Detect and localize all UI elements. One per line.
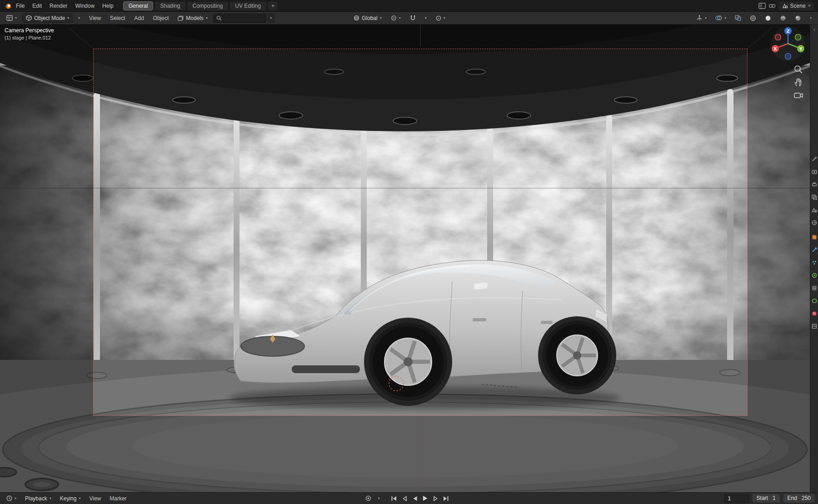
close-icon[interactable]: ×	[808, 3, 811, 8]
next-keyframe-icon	[433, 496, 439, 501]
properties-tab-world[interactable]	[812, 220, 817, 225]
menu-edit[interactable]: Edit	[29, 2, 45, 10]
snap-toggle[interactable]	[406, 13, 419, 23]
current-frame-input[interactable]	[726, 495, 747, 502]
jump-start-icon	[391, 496, 397, 501]
menu-file[interactable]: File	[12, 2, 28, 10]
play-button[interactable]	[420, 494, 430, 503]
workspace-tab-shading[interactable]: Shading	[155, 1, 185, 10]
workspace-tab-compositing[interactable]: Compositing	[187, 1, 229, 10]
camera-view-icon[interactable]	[793, 91, 803, 100]
menu-select[interactable]: Select	[106, 14, 129, 22]
pivot-point-dropdown[interactable]: ▾	[387, 13, 404, 23]
menu-marker[interactable]: Marker	[106, 494, 130, 503]
prev-keyframe-button[interactable]	[399, 494, 409, 503]
play-icon	[422, 495, 428, 501]
properties-tab-view-layer[interactable]	[812, 195, 817, 200]
show-gizmo-dropdown[interactable]: ▾	[693, 13, 710, 23]
properties-tab-texture[interactable]	[812, 324, 817, 329]
menu-keying[interactable]: Keying ▾	[56, 494, 85, 503]
properties-tab-data[interactable]	[812, 298, 817, 304]
properties-tab-physics[interactable]	[812, 273, 817, 278]
start-label: Start	[757, 495, 768, 502]
auto-keying-toggle[interactable]	[364, 494, 373, 503]
pan-hand-icon[interactable]	[793, 77, 803, 87]
gizmo-y-label: Y	[799, 47, 803, 51]
current-frame-field[interactable]	[724, 494, 749, 503]
navigation-gizmo[interactable]: Z X Y	[770, 25, 806, 62]
scene-selector[interactable]: Scene ×	[778, 1, 814, 10]
gizmos-icon	[696, 15, 703, 21]
properties-tab-tool[interactable]	[812, 156, 817, 162]
transform-snap-cluster: Global ▾ ▾ ▾ ▾	[350, 13, 449, 23]
auto-keying-dropdown[interactable]: ▾	[374, 494, 384, 503]
menu-help[interactable]: Help	[99, 2, 117, 10]
view-name: Camera Perspective	[5, 27, 54, 34]
search-input[interactable]	[224, 15, 263, 21]
workspace-tab-general[interactable]: General	[123, 1, 154, 10]
menu-timeline-view[interactable]: View	[85, 494, 105, 503]
chevron-down-icon: ▾	[378, 497, 379, 500]
properties-tab-modifiers[interactable]	[812, 247, 817, 253]
xray-toggle[interactable]	[731, 13, 745, 23]
menu-view[interactable]: View	[85, 14, 105, 22]
active-collection-dropdown[interactable]: Models ▾	[174, 14, 211, 23]
shading-solid-button[interactable]	[761, 13, 775, 23]
blender-logo-icon[interactable]	[4, 2, 12, 10]
timeline-editor-type-button[interactable]: ▾	[3, 494, 20, 503]
properties-tab-object[interactable]	[812, 235, 817, 240]
proportional-editing-toggle[interactable]: ▾	[432, 14, 449, 23]
gizmo-y-neg[interactable]	[795, 35, 801, 40]
end-value: 250	[802, 495, 811, 502]
menu-add[interactable]: Add	[130, 14, 147, 22]
jump-to-end-button[interactable]	[441, 494, 451, 503]
shading-rendered-icon	[795, 15, 801, 21]
shading-rendered-button[interactable]	[791, 13, 805, 23]
mode-options-button[interactable]: ▾	[75, 15, 84, 22]
properties-tab-material[interactable]	[812, 311, 817, 316]
properties-tab-render[interactable]	[812, 169, 817, 175]
collapse-panel-arrow[interactable]: ‹	[812, 27, 817, 33]
3d-viewport[interactable]: Camera Perspective (1) stage | Plane.012…	[0, 25, 810, 492]
camera-frame-border[interactable]	[93, 49, 748, 416]
gizmo-z-neg[interactable]	[785, 54, 791, 60]
search-filter-dropdown[interactable]: ▾	[268, 14, 274, 23]
gizmo-x-neg[interactable]	[775, 35, 781, 40]
shading-options-dropdown[interactable]: ▾	[806, 15, 815, 22]
frame-start-field[interactable]: Start 1	[752, 494, 780, 504]
shading-wireframe-icon	[750, 15, 756, 21]
properties-tab-constraints[interactable]	[812, 285, 817, 291]
next-keyframe-button[interactable]	[431, 494, 440, 503]
playback-controls: ▾	[364, 494, 451, 503]
zoom-icon[interactable]	[793, 65, 803, 75]
display-mode-icon[interactable]	[768, 3, 776, 9]
overlays-icon	[715, 15, 722, 21]
search-box[interactable]	[213, 14, 266, 23]
properties-tab-scene[interactable]	[812, 207, 817, 213]
menu-render[interactable]: Render	[46, 2, 71, 10]
properties-tab-particles[interactable]	[812, 260, 817, 265]
shading-material-button[interactable]	[776, 13, 790, 23]
properties-tab-output[interactable]	[812, 182, 817, 187]
scene-icon	[782, 3, 788, 9]
shading-wireframe-button[interactable]	[746, 13, 760, 23]
play-reverse-button[interactable]	[410, 494, 419, 503]
chevron-down-icon: ▾	[78, 16, 80, 20]
overlays-dropdown[interactable]: ▾	[712, 13, 730, 23]
mode-dropdown[interactable]: Object Mode ▾	[22, 13, 73, 23]
chevron-down-icon: ▾	[79, 497, 80, 500]
menu-window[interactable]: Window	[71, 2, 98, 10]
editor-type-button[interactable]: ▾	[3, 13, 20, 23]
frame-end-field[interactable]: End 250	[783, 494, 815, 504]
add-workspace-button[interactable]: +	[268, 1, 278, 10]
viewport-header: ▾ Object Mode ▾ ▾ View Select Add Object…	[0, 12, 818, 25]
menu-playback[interactable]: Playback ▾	[21, 494, 55, 503]
menu-object[interactable]: Object	[150, 14, 173, 22]
object-mode-icon	[26, 15, 32, 21]
snap-settings-dropdown[interactable]: ▾	[421, 15, 430, 22]
orientation-dropdown[interactable]: Global ▾	[350, 13, 385, 23]
screen-layout-icon[interactable]	[758, 3, 766, 9]
jump-to-start-button[interactable]	[389, 494, 399, 503]
shading-solid-icon	[765, 15, 771, 21]
workspace-tab-uv-editing[interactable]: UV Editing	[229, 1, 266, 10]
